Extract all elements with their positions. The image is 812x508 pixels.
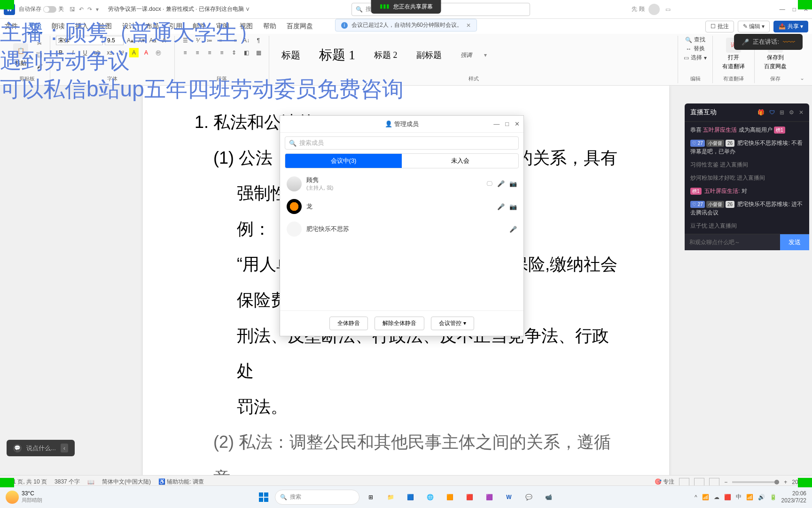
mic-icon[interactable]: 🎤 <box>509 226 517 233</box>
find-button[interactable]: 🔍 查找 <box>685 36 705 44</box>
spell-icon[interactable]: 📖 <box>87 479 94 485</box>
screen-icon[interactable]: 🖵 <box>486 180 492 187</box>
word-taskbar-icon[interactable]: W <box>500 489 517 506</box>
read-mode-icon[interactable] <box>679 478 689 486</box>
app-icon[interactable]: 🟪 <box>481 489 498 506</box>
ime-icon[interactable]: 中 <box>736 493 742 501</box>
ribbon-mode-icon[interactable]: ▭ <box>665 6 671 13</box>
app-icon[interactable]: 🟥 <box>461 489 478 506</box>
font-size-input[interactable] <box>105 36 124 45</box>
mute-all-button[interactable]: 全体静音 <box>329 317 368 330</box>
borders-icon[interactable]: ▦ <box>254 48 263 57</box>
edit-dropdown[interactable]: ✎ 编辑 ▾ <box>738 21 770 32</box>
user-avatar[interactable] <box>648 4 660 15</box>
sort-icon[interactable]: A↓ <box>242 36 251 45</box>
qat-dropdown-icon[interactable]: ▾ <box>96 6 99 13</box>
change-case-icon[interactable]: Aa <box>148 36 157 45</box>
align-center-icon[interactable]: ≡ <box>193 48 202 57</box>
tray-icon[interactable]: 📶 <box>702 494 709 500</box>
tab-file[interactable]: 文件 <box>4 20 19 32</box>
dialog-minimize-icon[interactable]: — <box>493 120 500 127</box>
print-layout-icon[interactable] <box>694 478 704 486</box>
tab-mail[interactable]: 邮件 <box>192 20 207 32</box>
grow-font-icon[interactable]: A▴ <box>125 36 135 45</box>
copy-icon[interactable]: ⿻ <box>35 50 44 60</box>
tray-app-icon[interactable]: 🟥 <box>724 494 731 500</box>
show-marks-icon[interactable]: ¶ <box>254 36 263 45</box>
camera-icon[interactable]: 📷 <box>509 203 517 210</box>
taskbar-search[interactable]: 🔍搜索 <box>275 490 359 505</box>
style-heading[interactable]: 标题 <box>275 47 307 64</box>
app-icon[interactable]: 🟧 <box>441 489 458 506</box>
battery-icon[interactable]: 🔋 <box>770 494 777 500</box>
zoom-out-icon[interactable]: − <box>724 479 727 485</box>
align-right-icon[interactable]: ≡ <box>205 48 214 57</box>
redo-icon[interactable]: ↷ <box>87 6 92 13</box>
maximize-button[interactable]: □ <box>793 6 796 13</box>
multilevel-icon[interactable]: ≔ <box>205 36 214 45</box>
wifi-icon[interactable]: 📶 <box>746 494 753 500</box>
weather-widget[interactable]: 33°C 局部晴朗 <box>6 490 42 504</box>
focus-mode[interactable]: 🎯 专注 <box>655 478 674 486</box>
onedrive-icon[interactable]: ☁ <box>714 494 719 500</box>
numbering-icon[interactable]: ⅟ <box>193 36 202 45</box>
tray-chevron-icon[interactable]: ^ <box>695 494 697 500</box>
edge-icon[interactable]: 🌐 <box>422 489 438 506</box>
tab-layout[interactable]: 布局 <box>145 20 160 32</box>
minimize-button[interactable]: — <box>780 6 785 13</box>
tab-baidu[interactable]: 百度网盘 <box>286 20 314 32</box>
tencent-meeting-icon[interactable]: 📹 <box>540 489 557 506</box>
filter-icon[interactable]: ⊞ <box>780 109 784 116</box>
tab-in-meeting[interactable]: 会议中(3) <box>285 154 402 168</box>
toggle-icon[interactable] <box>43 6 56 13</box>
tab-read[interactable]: 朗读 <box>51 20 66 32</box>
styles-more-icon[interactable]: ▾ <box>484 52 487 58</box>
livechat-messages[interactable]: 恭喜 五叶屏应生活 成为高能用户 榜1 ♡ 27小督督26 肥宅快乐不思苏维埃:… <box>685 122 809 234</box>
subtitle-expand-icon[interactable]: ‹ <box>61 444 68 452</box>
font-name-input[interactable] <box>56 36 103 45</box>
zoom-in-icon[interactable]: + <box>784 479 787 485</box>
word-count[interactable]: 3837 个字 <box>55 478 80 486</box>
member-row[interactable]: 龙 🎤📷 <box>285 195 519 218</box>
subscript-icon[interactable]: x₂ <box>105 48 114 57</box>
paste-button[interactable]: 📋 粘贴 <box>9 41 32 69</box>
comment-button[interactable]: ☐ 批注 <box>705 21 734 32</box>
autosave-toggle[interactable]: 自动保存 关 <box>19 5 64 13</box>
indent-left-icon[interactable]: ⇤ <box>217 36 226 45</box>
ribbon-collapse-icon[interactable]: ⌄ <box>796 73 808 83</box>
tab-references[interactable]: 引用 <box>168 20 183 32</box>
shading-icon[interactable]: ◧ <box>242 48 251 57</box>
mic-icon[interactable]: 🎤 <box>497 203 505 210</box>
notification-close-icon[interactable]: ✕ <box>466 22 471 29</box>
gear-icon[interactable]: ⚙ <box>789 109 794 116</box>
select-button[interactable]: ▭ 选择 ▾ <box>684 54 707 62</box>
bullets-icon[interactable]: ☰ <box>180 36 190 45</box>
underline-icon[interactable]: U <box>80 48 90 57</box>
style-heading1[interactable]: 标题 1 <box>312 44 362 66</box>
tab-draw[interactable]: 绘图 <box>98 20 113 32</box>
explorer-icon[interactable]: 📁 <box>382 489 399 506</box>
task-view-icon[interactable]: ⊞ <box>362 489 379 506</box>
style-subtitle[interactable]: 副标题 <box>410 48 448 63</box>
member-search-input[interactable]: 🔍 搜索成员 <box>285 136 519 150</box>
highlight-icon[interactable]: A <box>129 48 139 57</box>
clear-format-icon[interactable]: A̷ <box>159 36 169 45</box>
line-spacing-icon[interactable]: ⇕ <box>229 48 239 57</box>
start-button[interactable] <box>255 489 272 506</box>
tab-review[interactable]: 审阅 <box>215 20 230 32</box>
mic-icon[interactable]: 🎤 <box>497 180 505 187</box>
style-heading2[interactable]: 标题 2 <box>367 48 404 63</box>
tab-home[interactable]: 开始 <box>27 20 42 33</box>
accessibility-indicator[interactable]: ♿ 辅助功能: 调查 <box>158 478 204 486</box>
language-indicator[interactable]: 简体中文(中国大陆) <box>102 478 151 486</box>
member-row[interactable]: 肥宅快乐不思苏 🎤 <box>285 218 519 240</box>
shield-icon[interactable]: 🛡 <box>769 109 775 116</box>
dialog-maximize-icon[interactable]: □ <box>505 120 509 127</box>
format-painter-icon[interactable]: 🖌 <box>35 62 44 71</box>
replace-button[interactable]: ↔ 替换 <box>686 45 705 53</box>
member-row[interactable]: 顾隽(主持人, 我) 🖵🎤📷 <box>285 172 519 195</box>
livechat-close-icon[interactable]: ✕ <box>799 109 804 116</box>
style-emphasis[interactable]: 强调 <box>454 49 478 61</box>
bold-icon[interactable]: B <box>56 48 65 57</box>
strike-icon[interactable]: ab <box>93 48 102 57</box>
